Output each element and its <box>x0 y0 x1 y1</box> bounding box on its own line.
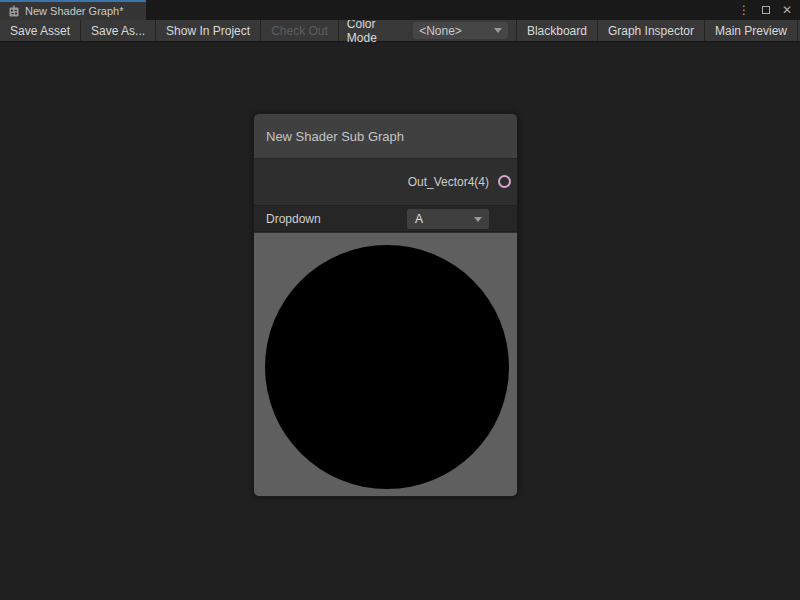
title-bar: New Shader Graph* ⋮ ✕ <box>0 0 800 20</box>
node-dropdown-select[interactable]: A <box>407 209 489 229</box>
window-controls: ⋮ ✕ <box>738 0 800 20</box>
dropdown-row: Dropdown A <box>254 205 517 232</box>
output-port-row: Out_Vector4(4) <box>254 159 517 205</box>
blackboard-toggle-button[interactable]: Blackboard <box>516 20 597 41</box>
node-dropdown-value: A <box>415 212 423 226</box>
output-port-label: Out_Vector4(4) <box>408 175 489 189</box>
color-mode-group: Color Mode <None> <box>339 20 516 41</box>
shader-graph-icon <box>8 5 20 17</box>
tab-title: New Shader Graph* <box>25 5 123 17</box>
chevron-down-icon <box>494 28 502 33</box>
save-as-button[interactable]: Save As... <box>81 20 156 41</box>
node-title: New Shader Sub Graph <box>266 129 404 144</box>
maximize-icon[interactable] <box>762 4 770 16</box>
show-in-project-button[interactable]: Show In Project <box>156 20 261 41</box>
chevron-down-icon <box>474 217 482 222</box>
toolbar-right-group: Blackboard Graph Inspector Main Preview <box>516 20 800 41</box>
main-preview-toggle-button[interactable]: Main Preview <box>704 20 798 41</box>
vector4-port-icon[interactable] <box>498 175 511 188</box>
color-mode-dropdown[interactable]: <None> <box>413 22 508 39</box>
window-menu-icon[interactable]: ⋮ <box>738 4 750 16</box>
sub-graph-output-node[interactable]: New Shader Sub Graph Out_Vector4(4) Drop… <box>253 113 518 497</box>
color-mode-value: <None> <box>419 24 462 38</box>
save-asset-button[interactable]: Save Asset <box>0 20 81 41</box>
color-mode-label: Color Mode <box>347 17 405 45</box>
check-out-button: Check Out <box>261 20 339 41</box>
dropdown-label: Dropdown <box>266 212 321 226</box>
graph-inspector-toggle-button[interactable]: Graph Inspector <box>597 20 704 41</box>
close-icon[interactable]: ✕ <box>782 4 792 16</box>
tab-new-shader-graph[interactable]: New Shader Graph* <box>0 0 146 20</box>
node-preview-area <box>254 233 517 496</box>
node-header[interactable]: New Shader Sub Graph <box>254 114 517 159</box>
graph-canvas[interactable]: New Shader Sub Graph Out_Vector4(4) Drop… <box>0 43 800 600</box>
sphere-preview <box>265 245 509 489</box>
toolbar: Save Asset Save As... Show In Project Ch… <box>0 20 800 42</box>
